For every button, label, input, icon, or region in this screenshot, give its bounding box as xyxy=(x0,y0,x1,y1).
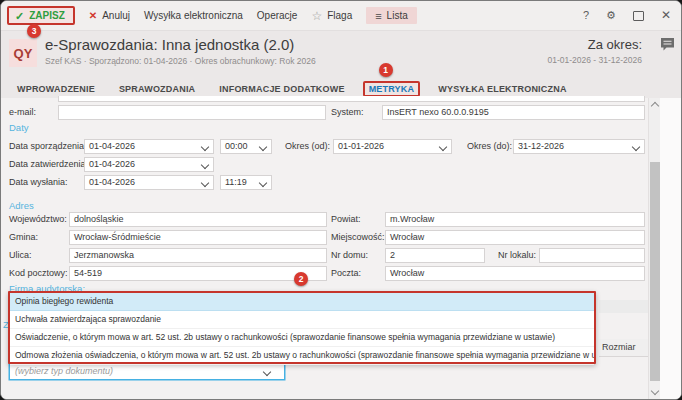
email-field[interactable] xyxy=(58,105,326,120)
section-daty: Daty xyxy=(9,122,29,133)
chevron-down-icon[interactable] xyxy=(201,143,209,151)
dropdown-option[interactable]: Uchwała zatwierdzająca sprawozdanie xyxy=(10,311,594,329)
operations-button[interactable]: Operacje xyxy=(257,10,298,21)
data-zatwierdzenia-label: Data zatwierdzenia: xyxy=(9,157,88,172)
time-sporzadzenia-combobox[interactable]: 00:00 xyxy=(220,139,272,154)
data-sporzadzenia-value: 01-04-2026 xyxy=(89,141,135,151)
hamburger-icon: ≡ xyxy=(375,11,381,21)
avatar: QY xyxy=(9,39,37,67)
rozmiar-column-header: Rozmiar xyxy=(599,339,648,357)
dropdown-option-selected[interactable]: Opinia biegłego rewidenta xyxy=(10,293,594,311)
time-wyslania-value: 11:19 xyxy=(225,177,247,187)
annotation-badge-2: 2 xyxy=(294,272,308,286)
right-margin xyxy=(660,98,682,399)
app-window: ✓ ZAPISZ ✕ Anuluj Wysyłka elektroniczna … xyxy=(0,0,682,400)
cancel-button[interactable]: ✕ Anuluj xyxy=(89,10,130,21)
maximize-button[interactable] xyxy=(633,11,644,21)
list-button[interactable]: ≡ Lista xyxy=(366,7,417,24)
cancel-x-icon: ✕ xyxy=(89,11,97,21)
data-wyslania-label: Data wysłania: xyxy=(9,175,68,190)
dropdown-option[interactable]: Odmowa złożenia oświadczenia, o którym m… xyxy=(10,347,594,365)
document-type-dropdown-list: Opinia biegłego rewidenta Uchwała zatwie… xyxy=(8,291,596,364)
electronic-send-button[interactable]: Wysyłka elektroniczna xyxy=(144,10,243,21)
table-row-remnant xyxy=(599,300,648,313)
window-controls: ? ⚙ ✕ xyxy=(583,10,671,21)
chevron-down-icon[interactable] xyxy=(632,143,640,151)
avatar-badge: 3 xyxy=(27,24,41,38)
data-sporzadzenia-label: Data sporządzenia: xyxy=(9,139,87,154)
ulica-field[interactable]: Jerzmanowska xyxy=(69,248,327,263)
gmina-field[interactable]: Wrocław-Śródmieście xyxy=(69,230,327,245)
powiat-label: Powiat: xyxy=(331,212,361,227)
gmina-label: Gmina: xyxy=(9,230,38,245)
close-button[interactable]: ✕ xyxy=(661,10,671,21)
okres-od-combobox[interactable]: 01-01-2026 xyxy=(333,139,452,154)
kod-pocztowy-field[interactable]: 54-519 xyxy=(69,266,327,281)
flag-label: Flaga xyxy=(327,10,352,21)
check-icon: ✓ xyxy=(15,11,24,21)
scroll-down-icon[interactable] xyxy=(651,387,659,395)
tab-informacje-dodatkowe[interactable]: INFORMACJE DODATKOWE xyxy=(213,81,350,97)
scrollbar-thumb[interactable] xyxy=(650,162,660,381)
scroll-up-icon[interactable] xyxy=(651,102,659,110)
page-subtitle: Szef KAS · Sporządzono: 01-04-2026 · Okr… xyxy=(45,56,316,66)
chevron-down-icon[interactable] xyxy=(201,179,209,187)
time-wyslania-combobox[interactable]: 11:19 xyxy=(220,175,272,190)
page-title: e-Sprawozdania: Inna jednostka (2.0) xyxy=(45,36,316,53)
tab-metryka[interactable]: METRYKA 1 xyxy=(363,81,421,97)
poczta-field[interactable]: Wrocław xyxy=(385,266,645,281)
flag-button[interactable]: ☆ Flaga xyxy=(311,10,352,21)
notes-icon[interactable] xyxy=(660,37,675,55)
combobox-placeholder: (wybierz typ dokumentu) xyxy=(10,363,284,379)
okres-do-label: Okres (do): xyxy=(467,139,512,154)
tab-wysylka-elektroniczna[interactable]: WYSYŁKA ELEKTRONICZNA xyxy=(432,81,572,97)
data-wyslania-value: 01-04-2026 xyxy=(89,177,135,187)
period-block: Za okres: 01-01-2026 - 31-12-2026 xyxy=(547,37,642,65)
okres-od-value: 01-01-2026 xyxy=(338,141,384,151)
ulica-label: Ulica: xyxy=(9,248,32,263)
save-button-label: ZAPISZ xyxy=(29,10,65,21)
data-sporzadzenia-combobox[interactable]: 01-04-2026 xyxy=(84,139,214,154)
electronic-send-label: Wysyłka elektroniczna xyxy=(144,10,243,21)
data-wyslania-combobox[interactable]: 01-04-2026 xyxy=(84,175,214,190)
operations-label: Operacje xyxy=(257,10,298,21)
miejscowosc-field[interactable]: Wrocław xyxy=(385,230,645,245)
chevron-down-icon[interactable] xyxy=(259,179,267,187)
chevron-down-icon[interactable] xyxy=(201,161,209,169)
system-label: System: xyxy=(331,105,364,120)
toolbar: ✓ ZAPISZ ✕ Anuluj Wysyłka elektroniczna … xyxy=(1,1,681,31)
miejscowosc-label: Miejscowość: xyxy=(331,230,385,245)
tab-sprawozdania[interactable]: SPRAWOZDANIA xyxy=(113,81,201,97)
tab-metryka-label: METRYKA xyxy=(369,84,415,94)
help-button[interactable]: ? xyxy=(583,10,589,21)
system-field[interactable]: InsERT nexo 60.0.0.9195 xyxy=(382,105,645,120)
nr-lokalu-field[interactable] xyxy=(539,248,645,263)
dropdown-option[interactable]: Oświadczenie, o którym mowa w art. 52 us… xyxy=(10,329,594,347)
chevron-down-icon[interactable] xyxy=(259,143,267,151)
okres-do-combobox[interactable]: 31-12-2026 xyxy=(513,139,645,154)
save-button[interactable]: ✓ ZAPISZ xyxy=(7,6,75,25)
okres-od-label: Okres (od): xyxy=(285,139,330,154)
data-zatwierdzenia-combobox[interactable]: 01-04-2026 xyxy=(84,157,214,172)
wojewodztwo-field[interactable]: dolnośląskie xyxy=(69,212,327,227)
nr-lokalu-label: Nr lokalu: xyxy=(498,248,536,263)
gear-icon[interactable]: ⚙ xyxy=(606,10,616,21)
tab-wprowadzenie[interactable]: WPROWADZENIE xyxy=(11,81,101,97)
email-label: e-mail: xyxy=(9,105,36,120)
clipped-field xyxy=(58,96,645,102)
time-sporzadzenia-value: 00:00 xyxy=(225,141,248,151)
annotation-badge-1: 1 xyxy=(379,63,393,77)
data-zatwierdzenia-value: 01-04-2026 xyxy=(89,159,135,169)
chevron-down-icon[interactable] xyxy=(439,143,447,151)
period-label: Za okres: xyxy=(547,37,642,52)
poczta-label: Poczta: xyxy=(331,266,361,281)
powiat-field[interactable]: m.Wrocław xyxy=(385,212,645,227)
okres-do-value: 31-12-2026 xyxy=(518,141,564,151)
nr-domu-field[interactable]: 2 xyxy=(385,248,485,263)
wojewodztwo-label: Województwo: xyxy=(9,212,67,227)
vertical-scrollbar[interactable] xyxy=(648,98,660,399)
list-label: Lista xyxy=(387,10,408,21)
metryka-form: e-mail: System: InsERT nexo 60.0.0.9195 … xyxy=(1,98,681,399)
nr-domu-label: Nr domu: xyxy=(331,248,368,263)
period-value: 01-01-2026 - 31-12-2026 xyxy=(547,55,642,65)
